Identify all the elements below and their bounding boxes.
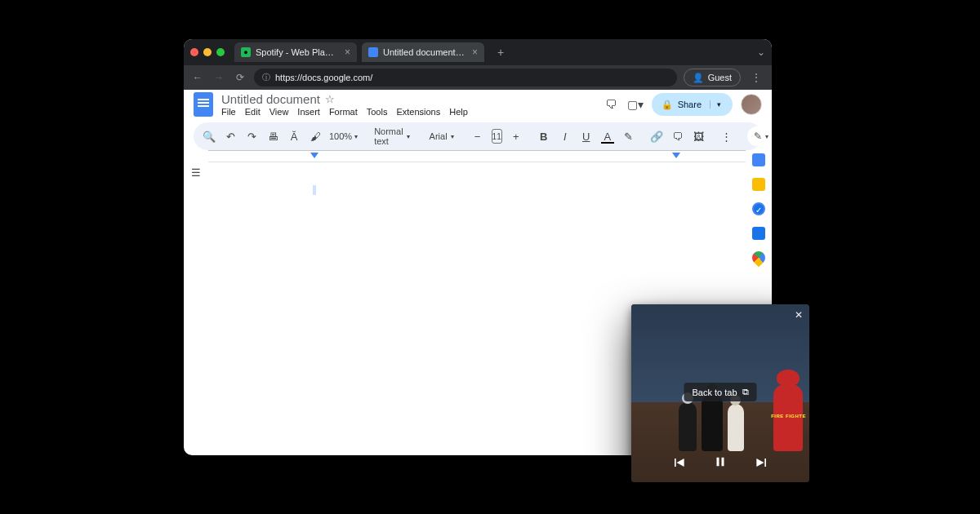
reload-button[interactable]: ⟳ [233,70,247,85]
share-dropdown-icon[interactable]: ▾ [710,100,721,109]
calendar-icon[interactable] [752,153,765,166]
paragraph-style-dropdown[interactable]: Normal text▾ [371,126,412,146]
menu-tools[interactable]: Tools [367,107,388,117]
close-tab-icon[interactable]: × [472,47,478,58]
paint-format-icon[interactable]: 🖌 [308,131,323,143]
font-dropdown[interactable]: Arial▾ [426,131,457,141]
new-tab-button[interactable]: + [492,46,509,59]
underline-icon[interactable]: U [579,131,594,143]
profile-button[interactable]: 👤 Guest [684,69,741,86]
pip-controls [631,454,809,474]
lock-icon: 🔒 [662,100,673,110]
document-title[interactable]: Untitled document [221,92,320,106]
italic-icon[interactable]: I [558,131,572,143]
previous-track-icon[interactable] [670,454,687,474]
zoom-dropdown[interactable]: 100%▾ [329,131,358,141]
star-icon[interactable]: ☆ [325,93,335,105]
menu-view[interactable]: View [270,107,289,117]
close-tab-icon[interactable]: × [345,47,350,58]
increase-font-icon[interactable]: + [509,131,523,143]
minimize-window-icon[interactable] [203,48,212,56]
pencil-icon: ✎ [754,131,762,142]
next-track-icon[interactable] [754,454,770,474]
docs-toolbar: 🔍 ↶ ↷ 🖶 Ă 🖌 100%▾ Normal text▾ Arial▾ − … [194,122,762,150]
url-text: https://docs.google.com/ [275,73,372,82]
share-label: Share [678,100,702,109]
share-button[interactable]: 🔒 Share ▾ [652,93,733,116]
highlight-icon[interactable]: ✎ [621,131,636,143]
tasks-icon[interactable] [752,202,765,215]
menu-file[interactable]: File [221,107,236,117]
forward-button[interactable]: → [212,70,226,85]
firefighter-label: FIRE FIGHTE [771,414,806,419]
docs-logo-icon[interactable] [194,92,213,117]
bold-icon[interactable]: B [537,131,551,143]
back-button[interactable]: ← [190,70,205,85]
figure-icon [702,394,723,451]
print-icon[interactable]: 🖶 [265,131,280,143]
tab-strip: ● Spotify - Web Player: Music f × Untitl… [184,39,772,65]
picture-in-picture-window[interactable]: FIRE FIGHTE ✕ Back to tab ⧉ [631,304,809,482]
font-size-input[interactable]: 11 [492,129,502,144]
menu-extensions[interactable]: Extensions [396,107,440,117]
figure-icon [728,404,744,451]
browser-menu-icon[interactable]: ⋮ [747,71,765,84]
meet-icon[interactable]: ▢▾ [627,98,644,111]
text-cursor [313,185,316,195]
docs-favicon-icon [368,47,378,57]
undo-icon[interactable]: ↶ [223,131,238,143]
comment-history-icon[interactable]: 🗨 [603,98,619,111]
spotify-favicon-icon: ● [241,47,251,57]
maximize-window-icon[interactable] [216,48,225,56]
insert-link-icon[interactable]: 🔗 [649,131,664,143]
more-toolbar-icon[interactable]: ⋮ [719,131,734,143]
account-avatar[interactable] [741,94,762,115]
menu-format[interactable]: Format [329,107,358,117]
redo-icon[interactable]: ↷ [244,131,259,143]
insert-image-icon[interactable]: 🖼 [692,131,706,143]
menu-edit[interactable]: Edit [245,107,261,117]
guest-icon: 👤 [693,73,704,83]
site-info-icon[interactable]: ⓘ [262,72,270,83]
tab-title: Untitled document - Google D [383,47,466,57]
maps-icon[interactable] [750,249,768,268]
search-menus-icon[interactable]: 🔍 [202,131,216,143]
pause-icon[interactable] [713,454,728,474]
ruler[interactable] [208,151,746,162]
spellcheck-icon[interactable]: Ă [287,131,301,143]
keep-icon[interactable] [752,178,765,191]
add-comment-icon[interactable]: 🗨 [670,131,685,143]
outline-icon[interactable]: ☰ [191,166,201,179]
back-to-tab-label: Back to tab [692,388,737,397]
text-color-icon[interactable]: A [600,131,615,143]
tab-google-docs[interactable]: Untitled document - Google D × [362,42,484,62]
open-in-new-icon: ⧉ [742,387,749,397]
tab-spotify[interactable]: ● Spotify - Web Player: Music f × [234,42,357,62]
contacts-icon[interactable] [752,227,765,240]
tab-title: Spotify - Web Player: Music f [256,47,338,57]
address-bar[interactable]: ⓘ https://docs.google.com/ [254,69,677,86]
close-window-icon[interactable] [190,48,198,56]
window-controls [190,48,225,56]
docs-header: Untitled document ☆ File Edit View Inser… [184,90,772,119]
tab-overflow-icon[interactable]: ⌄ [757,47,765,58]
back-to-tab-button[interactable]: Back to tab ⧉ [684,383,756,401]
menu-insert[interactable]: Insert [297,107,320,117]
decrease-font-icon[interactable]: − [470,131,485,143]
menu-bar: File Edit View Insert Format Tools Exten… [221,107,595,117]
menu-help[interactable]: Help [449,107,468,117]
indent-marker-left-icon[interactable] [310,153,318,158]
figure-icon [679,402,697,451]
indent-marker-right-icon[interactable] [672,153,680,158]
guest-label: Guest [708,73,732,82]
url-bar: ← → ⟳ ⓘ https://docs.google.com/ 👤 Guest… [184,65,772,90]
editing-mode-dropdown[interactable]: ✎▾ [747,126,772,146]
pip-close-icon[interactable]: ✕ [795,309,803,321]
